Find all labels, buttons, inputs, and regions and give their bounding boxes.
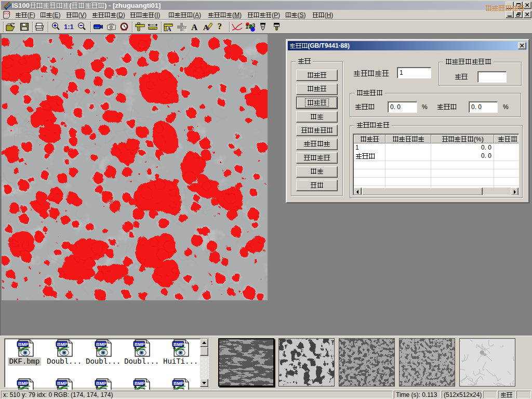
svg-text:3: 3	[252, 23, 256, 29]
svg-text:A: A	[167, 25, 171, 32]
svg-text:1: 1	[246, 24, 249, 30]
svg-text:1:1: 1:1	[64, 23, 74, 31]
svg-text:?: ?	[218, 22, 222, 31]
svg-text:DOC: DOC	[4, 12, 10, 15]
svg-text:A: A	[191, 22, 198, 32]
